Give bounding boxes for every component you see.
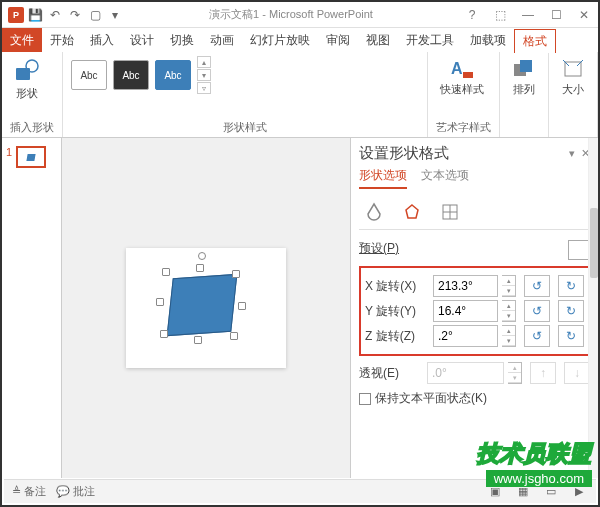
group-wordart-styles: 艺术字样式 bbox=[436, 118, 491, 137]
ribbon-tabs: 文件 开始 插入 设计 切换 动画 幻灯片放映 审阅 视图 开发工具 加载项 格… bbox=[2, 28, 598, 52]
group-size bbox=[557, 121, 589, 137]
style-more-icon[interactable]: ▿ bbox=[197, 82, 211, 94]
subtab-text-options[interactable]: 文本选项 bbox=[421, 167, 469, 189]
y-rotate-left-icon[interactable]: ↺ bbox=[524, 300, 550, 322]
tab-insert[interactable]: 插入 bbox=[82, 28, 122, 52]
size-label: 大小 bbox=[562, 82, 584, 97]
style-preset-2[interactable]: Abc bbox=[113, 60, 149, 90]
tab-addins[interactable]: 加载项 bbox=[462, 28, 514, 52]
tab-developer[interactable]: 开发工具 bbox=[398, 28, 462, 52]
svg-rect-5 bbox=[520, 60, 532, 72]
perspective-label: 透视(E) bbox=[359, 365, 423, 382]
svg-rect-3 bbox=[463, 72, 473, 78]
handle-s[interactable] bbox=[194, 336, 202, 344]
y-rotation-spinner[interactable]: ▴▾ bbox=[502, 300, 516, 322]
tab-animations[interactable]: 动画 bbox=[202, 28, 242, 52]
pane-menu-icon[interactable]: ▾ bbox=[569, 147, 575, 160]
tab-slideshow[interactable]: 幻灯片放映 bbox=[242, 28, 318, 52]
tab-design[interactable]: 设计 bbox=[122, 28, 162, 52]
preset-label[interactable]: 预设(P) bbox=[359, 240, 399, 260]
handle-sw[interactable] bbox=[160, 330, 168, 338]
y-rotate-right-icon[interactable]: ↻ bbox=[558, 300, 584, 322]
x-rotation-label: X 旋转(X) bbox=[365, 278, 429, 295]
tab-file[interactable]: 文件 bbox=[2, 28, 42, 52]
window-title: 演示文稿1 - Microsoft PowerPoint bbox=[124, 7, 458, 22]
handle-ne[interactable] bbox=[232, 270, 240, 278]
x-rotation-input[interactable]: 213.3° bbox=[433, 275, 498, 297]
shapes-label: 形状 bbox=[16, 86, 38, 101]
tab-transitions[interactable]: 切换 bbox=[162, 28, 202, 52]
effects-icon[interactable] bbox=[401, 201, 423, 223]
slideshow-icon[interactable]: ▢ bbox=[86, 6, 104, 24]
pane-title: 设置形状格式 bbox=[359, 144, 449, 163]
arrange-label: 排列 bbox=[513, 82, 535, 97]
redo-icon[interactable]: ↷ bbox=[66, 6, 84, 24]
pane-scrollbar[interactable] bbox=[588, 138, 598, 478]
rotate-handle[interactable] bbox=[198, 252, 206, 260]
group-shape-styles: 形状样式 bbox=[71, 118, 419, 137]
ribbon-options-icon[interactable]: ⬚ bbox=[486, 4, 514, 26]
handle-e[interactable] bbox=[238, 302, 246, 310]
slide-thumbnail[interactable] bbox=[16, 146, 46, 168]
handle-n[interactable] bbox=[196, 264, 204, 272]
y-rotation-label: Y 旋转(Y) bbox=[365, 303, 429, 320]
perspective-spinner: ▴▾ bbox=[508, 362, 522, 384]
x-rotation-spinner[interactable]: ▴▾ bbox=[502, 275, 516, 297]
quick-styles-label: 快速样式 bbox=[440, 82, 484, 97]
handle-nw[interactable] bbox=[162, 268, 170, 276]
keep-text-flat-label: 保持文本平面状态(K) bbox=[375, 390, 487, 407]
ppt-app-icon: P bbox=[8, 7, 24, 23]
minimize-icon[interactable]: — bbox=[514, 4, 542, 26]
handle-w[interactable] bbox=[156, 298, 164, 306]
style-preset-1[interactable]: Abc bbox=[71, 60, 107, 90]
keep-text-flat-checkbox[interactable] bbox=[359, 393, 371, 405]
group-insert-shapes: 插入形状 bbox=[10, 118, 54, 137]
svg-point-1 bbox=[26, 60, 38, 72]
x-rotate-right-icon[interactable]: ↻ bbox=[558, 275, 584, 297]
z-rotate-right-icon[interactable]: ↻ bbox=[558, 325, 584, 347]
qat-more-icon[interactable]: ▾ bbox=[106, 6, 124, 24]
size-properties-icon[interactable] bbox=[439, 201, 461, 223]
selected-shape[interactable] bbox=[167, 274, 238, 336]
size-button[interactable]: 大小 bbox=[557, 56, 589, 99]
subtab-shape-options[interactable]: 形状选项 bbox=[359, 167, 407, 189]
undo-icon[interactable]: ↶ bbox=[46, 6, 64, 24]
z-rotation-spinner[interactable]: ▴▾ bbox=[502, 325, 516, 347]
comments-button[interactable]: 💬 批注 bbox=[56, 484, 95, 499]
tab-view[interactable]: 视图 bbox=[358, 28, 398, 52]
perspective-up-icon: ↑ bbox=[530, 362, 556, 384]
handle-se[interactable] bbox=[230, 332, 238, 340]
arrange-button[interactable]: 排列 bbox=[508, 56, 540, 99]
group-arrange bbox=[508, 121, 540, 137]
tab-format[interactable]: 格式 bbox=[514, 29, 556, 53]
slide-canvas[interactable] bbox=[126, 248, 286, 368]
style-preset-3[interactable]: Abc bbox=[155, 60, 191, 90]
maximize-icon[interactable]: ☐ bbox=[542, 4, 570, 26]
shapes-button[interactable]: 形状 bbox=[10, 56, 44, 103]
save-icon[interactable]: 💾 bbox=[26, 6, 44, 24]
z-rotation-label: Z 旋转(Z) bbox=[365, 328, 429, 345]
x-rotate-left-icon[interactable]: ↺ bbox=[524, 275, 550, 297]
style-up-icon[interactable]: ▴ bbox=[197, 56, 211, 68]
fill-line-icon[interactable] bbox=[363, 201, 385, 223]
close-icon[interactable]: ✕ bbox=[570, 4, 598, 26]
notes-button[interactable]: ≜ 备注 bbox=[12, 484, 46, 499]
y-rotation-input[interactable]: 16.4° bbox=[433, 300, 498, 322]
slide-number: 1 bbox=[6, 146, 12, 168]
perspective-input: .0° bbox=[427, 362, 504, 384]
svg-text:A: A bbox=[451, 60, 463, 77]
tab-home[interactable]: 开始 bbox=[42, 28, 82, 52]
watermark: 技术员联盟 www.jsgho.com bbox=[477, 439, 592, 487]
svg-marker-7 bbox=[406, 205, 418, 218]
rotation-highlighted-block: X 旋转(X) 213.3° ▴▾ ↺ ↻ Y 旋转(Y) 16.4° ▴▾ ↺… bbox=[359, 266, 590, 356]
quick-styles-button[interactable]: A 快速样式 bbox=[436, 56, 488, 99]
help-icon[interactable]: ? bbox=[458, 4, 486, 26]
preset-selector[interactable] bbox=[568, 240, 590, 260]
perspective-down-icon: ↓ bbox=[564, 362, 590, 384]
z-rotation-input[interactable]: .2° bbox=[433, 325, 498, 347]
z-rotate-left-icon[interactable]: ↺ bbox=[524, 325, 550, 347]
tab-review[interactable]: 审阅 bbox=[318, 28, 358, 52]
style-down-icon[interactable]: ▾ bbox=[197, 69, 211, 81]
